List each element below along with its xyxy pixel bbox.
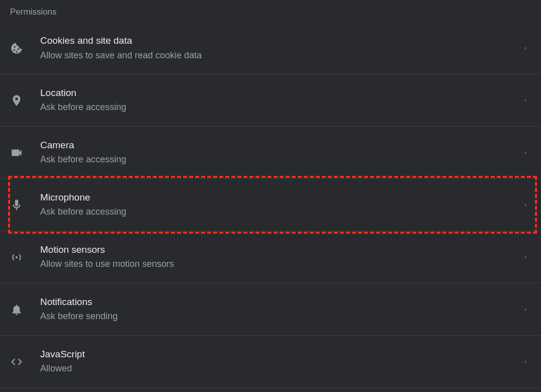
permission-subtitle: Allowed <box>40 362 523 375</box>
chevron-right-icon <box>523 306 531 313</box>
permission-subtitle: Ask before accessing <box>40 101 523 114</box>
chevron-right-icon <box>523 202 531 209</box>
chevron-right-icon <box>523 358 531 365</box>
permissions-list: Cookies and site dataAllow sites to save… <box>0 22 541 388</box>
permission-title: Notifications <box>40 296 523 309</box>
permission-title: Location <box>40 86 523 100</box>
permission-text: LocationAsk before accessing <box>40 86 523 115</box>
permission-subtitle: Allow sites to save and read cookie data <box>40 49 523 62</box>
permission-title: Camera <box>40 139 523 152</box>
code-icon <box>10 355 40 368</box>
location-icon <box>10 94 40 107</box>
chevron-right-icon <box>523 97 531 104</box>
bell-icon <box>10 303 40 316</box>
permissions-section-header: Permissions <box>0 0 541 22</box>
permission-text: Cookies and site dataAllow sites to save… <box>40 34 523 62</box>
permission-text: NotificationsAsk before sending <box>40 296 523 324</box>
permission-subtitle: Allow sites to use motion sensors <box>40 257 523 271</box>
permission-row-location[interactable]: LocationAsk before accessing <box>0 74 541 127</box>
permission-text: JavaScriptAllowed <box>40 348 523 376</box>
sensors-icon <box>10 251 40 264</box>
permission-title: Microphone <box>40 191 523 205</box>
permission-text: CameraAsk before accessing <box>40 139 523 167</box>
permission-title: JavaScript <box>40 348 523 361</box>
cookie-icon <box>10 42 40 55</box>
permission-row-camera[interactable]: CameraAsk before accessing <box>0 127 541 179</box>
permission-row-motion[interactable]: Motion sensorsAllow sites to use motion … <box>0 231 541 283</box>
permission-row-microphone[interactable]: MicrophoneAsk before accessing <box>0 179 541 231</box>
permission-row-notifications[interactable]: NotificationsAsk before sending <box>0 283 541 336</box>
permission-subtitle: Ask before accessing <box>40 153 523 166</box>
microphone-icon <box>10 199 40 212</box>
permission-text: Motion sensorsAllow sites to use motion … <box>40 243 523 271</box>
permission-row-javascript[interactable]: JavaScriptAllowed <box>0 336 541 388</box>
permission-text: MicrophoneAsk before accessing <box>40 191 523 219</box>
permission-title: Motion sensors <box>40 243 523 257</box>
chevron-right-icon <box>523 45 531 52</box>
chevron-right-icon <box>523 254 531 261</box>
permission-subtitle: Ask before accessing <box>40 205 523 219</box>
permission-subtitle: Ask before sending <box>40 310 523 323</box>
permission-title: Cookies and site data <box>40 34 523 48</box>
camera-icon <box>10 146 40 159</box>
chevron-right-icon <box>523 149 531 156</box>
permission-row-cookies[interactable]: Cookies and site dataAllow sites to save… <box>0 22 541 74</box>
